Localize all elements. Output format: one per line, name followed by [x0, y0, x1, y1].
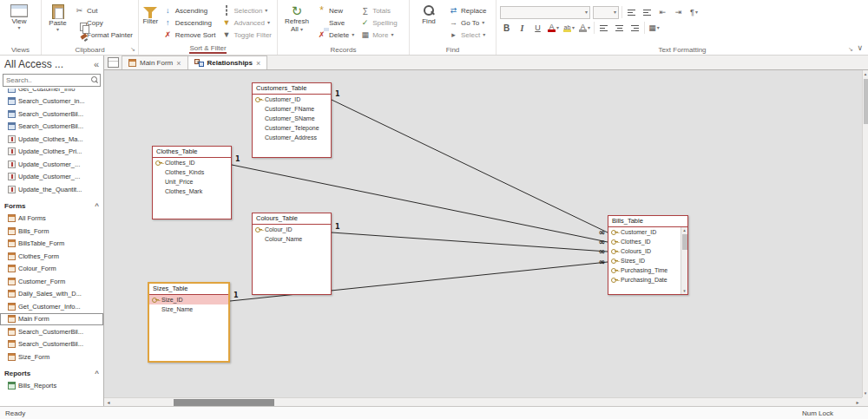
table-title[interactable]: Bills_Table	[608, 216, 687, 227]
filter-button[interactable]: Filter	[142, 3, 159, 25]
search-input[interactable]	[3, 76, 89, 84]
table-customers[interactable]: Customers_Table Customer_ID Customer_FNa…	[252, 82, 332, 158]
field-row[interactable]: Clothes_Mark	[153, 187, 231, 196]
tab-main-form[interactable]: Main Form ×	[122, 56, 188, 69]
field-row[interactable]: Colour_ID	[253, 225, 331, 234]
scroll-thumb[interactable]	[682, 234, 687, 250]
scroll-down-icon[interactable]: ▾	[865, 390, 867, 397]
find-button[interactable]: Find	[413, 3, 444, 25]
remove-sort-button[interactable]: ✗ Remove Sort	[161, 29, 218, 41]
nav-item-query[interactable]: Get_Customer_Info	[0, 88, 103, 95]
tab-relationships[interactable]: Relationships ×	[187, 56, 268, 69]
scroll-right-icon[interactable]: ▸	[853, 399, 862, 405]
nav-item-macro[interactable]: Update_the_Quantit...	[0, 183, 103, 196]
field-row[interactable]: Colours_ID	[608, 246, 681, 256]
nav-item-query[interactable]: Search_Customer_in...	[0, 95, 103, 108]
decrease-indent-button[interactable]: ⇤	[656, 6, 669, 18]
field-row[interactable]: Clothes_ID	[608, 237, 681, 246]
font-family-select[interactable]: ▾	[500, 6, 590, 19]
scroll-thumb[interactable]	[174, 399, 274, 406]
field-row[interactable]: Purchasing_Time	[608, 265, 681, 275]
scroll-left-icon[interactable]: ◂	[104, 399, 113, 405]
tab-list-icon[interactable]	[108, 57, 119, 68]
table-title[interactable]: Customers_Table	[253, 83, 331, 95]
delete-button[interactable]: ✗ Delete ▾	[315, 29, 356, 41]
font-size-select[interactable]: ▾	[593, 6, 619, 19]
ascending-button[interactable]: ↓ Ascending	[161, 4, 218, 16]
field-row[interactable]: Clothes_Kinds	[153, 167, 231, 177]
background-color-button[interactable]: A▾	[578, 22, 591, 34]
scroll-thumb[interactable]	[864, 79, 868, 124]
nav-section-forms[interactable]: Forms ^	[0, 200, 103, 213]
totals-button[interactable]: ∑ Totals	[358, 4, 398, 16]
advanced-button[interactable]: ▼ Advanced ▾	[220, 16, 273, 29]
underline-button[interactable]: U	[531, 22, 544, 34]
paste-button[interactable]: Paste ▾	[45, 3, 70, 32]
nav-item-form[interactable]: Colour_Form	[0, 263, 103, 276]
nav-item-form-selected[interactable]: Main Form	[0, 313, 103, 326]
align-left-button[interactable]	[597, 22, 610, 34]
copy-button[interactable]: Copy	[73, 16, 135, 29]
nav-search-box[interactable]	[3, 74, 101, 87]
relationships-canvas[interactable]: 1 1 1 1 ∞ ∞ ∞ ∞ Customers_Table Customer…	[104, 70, 862, 397]
refresh-all-button[interactable]: ↻ Refresh All ▾	[281, 3, 312, 33]
nav-item-form[interactable]: Customer_Form	[0, 275, 103, 288]
table-title[interactable]: Clothes_Table	[153, 147, 231, 158]
close-icon[interactable]: ×	[176, 59, 181, 68]
nav-item-report[interactable]: Bills_Reports	[0, 380, 103, 393]
spelling-button[interactable]: ✓ Spelling	[358, 16, 398, 29]
vertical-scrollbar[interactable]: ▴ ▾	[862, 70, 868, 397]
nav-item-macro[interactable]: Update_Customer_...	[0, 171, 103, 184]
bullets-button[interactable]	[625, 6, 638, 18]
selection-button[interactable]: Selection ▾	[220, 4, 273, 16]
view-button[interactable]: View ▾	[3, 3, 35, 30]
nav-item-form[interactable]: Search_CustomerBil...	[0, 325, 103, 338]
new-record-button[interactable]: * New	[315, 4, 356, 16]
nav-item-form[interactable]: Bills_Form	[0, 225, 103, 238]
field-row[interactable]: Customer_ID	[253, 95, 331, 104]
nav-item-form[interactable]: Search_CustomerBil...	[0, 338, 103, 351]
nav-item-form[interactable]: All Forms	[0, 213, 103, 226]
field-row[interactable]: Unit_Price	[153, 177, 231, 187]
bold-button[interactable]: B	[500, 22, 513, 34]
descending-button[interactable]: ↑ Descending	[161, 16, 218, 29]
field-row[interactable]: Customer_Address	[253, 133, 331, 142]
go-to-button[interactable]: → Go To ▾	[447, 16, 488, 29]
select-button[interactable]: ▸ Select ▾	[447, 29, 488, 41]
scroll-up-icon[interactable]: ▴	[865, 70, 867, 78]
nav-item-query[interactable]: Search_CustomerBil...	[0, 121, 103, 134]
nav-item-form[interactable]: Daily_Sales_with_D...	[0, 288, 103, 301]
more-button[interactable]: ▦ More ▾	[358, 29, 398, 41]
nav-item-form[interactable]: Size_Form	[0, 350, 103, 363]
table-bills[interactable]: Bills_Table Customer_ID Clothes_ID Colou…	[608, 215, 688, 295]
scroll-down-icon[interactable]: ▾	[683, 288, 686, 294]
increase-indent-button[interactable]: ⇥	[672, 6, 685, 18]
field-row[interactable]: Size_Name	[149, 304, 228, 314]
text-direction-button[interactable]: ¶▾	[687, 6, 700, 18]
field-row[interactable]: Colour_Name	[253, 234, 331, 244]
field-row[interactable]: Clothes_ID	[153, 158, 231, 167]
nav-item-macro[interactable]: Update_Clothes_Ma...	[0, 133, 103, 146]
gridlines-button[interactable]: ▦▾	[648, 22, 661, 34]
nav-item-macro[interactable]: Update_Customer_...	[0, 158, 103, 171]
field-row[interactable]: Sizes_ID	[608, 256, 681, 265]
table-scrollbar[interactable]: ▴ ▾	[681, 227, 687, 294]
italic-button[interactable]: I	[516, 22, 529, 34]
field-row[interactable]: Customer_FName	[253, 104, 331, 114]
table-clothes[interactable]: Clothes_Table Clothes_ID Clothes_Kinds U…	[152, 146, 232, 219]
toggle-filter-button[interactable]: ▼ Toggle Filter	[220, 29, 273, 41]
field-row[interactable]: Customer_Telepone	[253, 123, 331, 133]
align-right-button[interactable]	[628, 22, 641, 34]
table-sizes[interactable]: Sizes_Table Size_ID Size_Name	[148, 282, 230, 363]
font-color-button[interactable]: A▾	[547, 22, 560, 34]
table-colours[interactable]: Colours_Table Colour_ID Colour_Name	[252, 213, 332, 295]
table-title[interactable]: Colours_Table	[253, 213, 331, 225]
nav-item-query[interactable]: Search_CustomerBil...	[0, 108, 103, 121]
nav-item-form[interactable]: Clothes_Form	[0, 250, 103, 263]
collapse-nav-pane-icon[interactable]: «	[94, 59, 99, 69]
save-button[interactable]: Save	[315, 16, 356, 29]
align-center-button[interactable]	[613, 22, 626, 34]
field-row[interactable]: Customer_SName	[253, 114, 331, 123]
nav-item-form[interactable]: BillsTable_Form	[0, 238, 103, 251]
horizontal-scrollbar[interactable]: ◂ ▸	[104, 397, 862, 406]
